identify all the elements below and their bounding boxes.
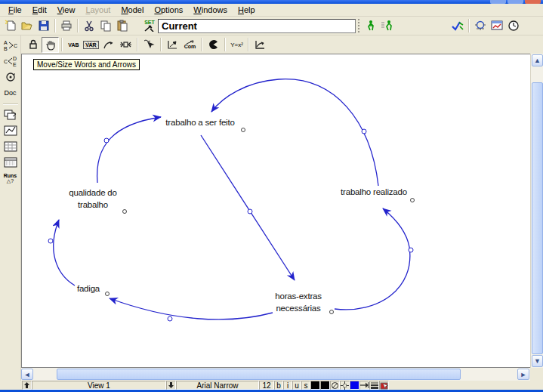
variable-handle-trabalho-a-ser-feito[interactable] (242, 128, 245, 132)
arrow-horas-to-realizado[interactable] (335, 208, 410, 310)
menu-view[interactable]: View (52, 5, 81, 15)
underline-button[interactable]: u (292, 381, 301, 390)
cut-icon (83, 20, 95, 32)
line-width-icon (370, 381, 379, 389)
delete-tool-button[interactable] (140, 37, 158, 53)
arrow-color-swatch[interactable] (350, 381, 359, 390)
vertical-scroll-thumb[interactable] (532, 82, 543, 354)
variable-handle-horas-extras-necessarias[interactable] (330, 310, 334, 314)
arrow-right-icon (360, 381, 369, 389)
arrow-handle-qualidade-to-feito[interactable] (104, 138, 109, 143)
new-button[interactable] (2, 17, 19, 34)
scroll-right-button[interactable]: ► (517, 369, 529, 380)
output-windows-button[interactable] (489, 17, 505, 34)
font-size-selector[interactable]: 12 (259, 381, 274, 390)
reference-modes-tool-button[interactable] (251, 37, 269, 53)
graph-button[interactable] (2, 123, 20, 138)
view-down-button[interactable] (166, 381, 176, 390)
variable-qualidade-do-trabalho[interactable]: qualidade dotrabalho (69, 187, 116, 211)
menu-file[interactable]: File (3, 5, 27, 15)
table-button[interactable] (2, 139, 20, 154)
italic-button[interactable]: i (283, 381, 292, 390)
arrow-handle-fadiga-to-qualidade[interactable] (48, 239, 53, 243)
save-button[interactable] (35, 17, 52, 34)
arrow-handle-realizado-to-feito[interactable] (362, 129, 366, 134)
merge-tool-button[interactable] (205, 37, 222, 53)
shape-style-button[interactable] (330, 381, 340, 390)
variable-trabalho-a-ser-feito[interactable]: trabalho a ser feito (165, 116, 234, 128)
font-selector[interactable]: Arial Narrow (176, 381, 259, 390)
variable-handle-qualidade-do-trabalho[interactable] (123, 210, 127, 214)
word-position-button[interactable] (340, 381, 350, 390)
runs-compare-button[interactable]: Runs△? (2, 171, 20, 186)
uses-tree-button[interactable]: CDE (2, 54, 20, 69)
check-syntax-button[interactable] (449, 17, 466, 34)
clock-icon (508, 20, 520, 32)
arrow-handle-horas-to-realizado[interactable] (409, 248, 413, 252)
synthesim-button[interactable] (378, 17, 395, 34)
causes-strip-button[interactable] (2, 107, 20, 122)
menu-model[interactable]: Model (116, 5, 149, 15)
arrow-tool-button[interactable] (100, 37, 117, 53)
view-up-button[interactable] (22, 381, 32, 390)
equations-tool-button[interactable]: Y=x² (228, 37, 245, 53)
menu-edit[interactable]: Edit (27, 5, 52, 15)
copy-button[interactable] (97, 17, 114, 34)
horizontal-scroll-thumb[interactable] (57, 369, 461, 380)
lock-tool-button[interactable] (24, 37, 42, 53)
arrow-horas-to-fadiga[interactable] (110, 298, 273, 319)
arrow-realizado-to-feito[interactable] (211, 79, 378, 186)
loops-button[interactable] (2, 69, 20, 85)
cut-button[interactable] (81, 17, 97, 34)
print-button[interactable] (58, 17, 75, 34)
arrow-handle-horas-to-fadiga[interactable] (168, 316, 172, 321)
polarity-marker-button[interactable] (379, 381, 389, 390)
view-selector[interactable]: View 1 (32, 381, 166, 390)
run-simulation-button[interactable] (362, 17, 378, 34)
set-button[interactable]: SET (141, 17, 158, 34)
underline-label: u (295, 381, 299, 390)
variable-handle-trabalho-realizado[interactable] (411, 199, 415, 202)
arrow-handle-feito-to-horas[interactable] (248, 209, 252, 214)
table-time-down-button[interactable] (2, 155, 20, 170)
dataset-field[interactable]: Current (158, 19, 356, 33)
arrow-qualidade-to-feito[interactable] (97, 117, 161, 183)
arrow-style-button[interactable] (359, 381, 369, 390)
model-browser-button[interactable] (472, 17, 489, 34)
document-button[interactable]: Doc (2, 85, 20, 100)
comment-tool-button[interactable]: Com (181, 37, 199, 53)
arrow-feito-to-horas[interactable] (201, 135, 295, 280)
scroll-left-button[interactable]: ◄ (21, 369, 33, 380)
vertical-scrollbar[interactable]: ▲ ▼ (530, 54, 543, 368)
causes-strip-icon (4, 110, 17, 121)
variable-tool-button[interactable]: VAB (65, 37, 82, 53)
scroll-up-button[interactable]: ▲ (532, 54, 543, 66)
graph-window-icon (491, 20, 503, 32)
variable-trabalho-realizado[interactable]: trabalho realizado (341, 186, 407, 198)
arrow-fadiga-to-qualidade[interactable] (54, 220, 75, 286)
pacman-icon (208, 39, 219, 50)
scroll-down-button[interactable]: ▼ (532, 355, 543, 367)
variable-fadiga[interactable]: fadiga (77, 282, 100, 295)
rate-tool-button[interactable] (117, 37, 134, 53)
strike-button[interactable]: s (301, 381, 310, 390)
input-output-tool-button[interactable] (164, 37, 181, 53)
arrow-width-button[interactable] (369, 381, 379, 390)
bold-button[interactable]: b (274, 381, 283, 390)
move-size-tool-button[interactable] (42, 37, 59, 53)
shape-color-swatch[interactable] (320, 381, 330, 390)
menu-options[interactable]: Options (149, 5, 188, 15)
open-folder-icon (21, 20, 33, 32)
menu-help[interactable]: Help (233, 5, 261, 15)
variable-horas-extras-necessarias[interactable]: horas-extrasnecessárias (275, 290, 322, 314)
paste-button[interactable] (114, 17, 131, 34)
box-variable-tool-button[interactable]: VAR (82, 37, 100, 53)
causes-tree-button[interactable]: ABC (2, 38, 20, 53)
open-button[interactable] (19, 17, 35, 34)
menu-windows[interactable]: Windows (188, 5, 233, 15)
sketch-canvas[interactable]: Move/Size Words and Arrows trabalho a se… (21, 54, 530, 368)
horizontal-scrollbar[interactable]: ◄ ► (21, 368, 530, 381)
control-panel-button[interactable] (505, 17, 522, 34)
text-color-swatch[interactable] (310, 381, 320, 390)
variable-handle-fadiga[interactable] (106, 292, 110, 296)
